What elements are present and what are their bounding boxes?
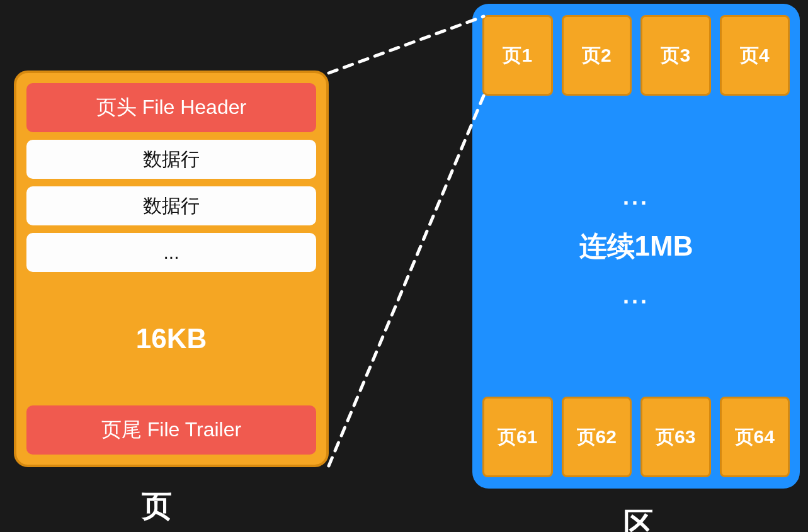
extent-size-label: 连续1MB [579, 228, 693, 265]
ellipsis: ... [623, 184, 649, 210]
data-row: 数据行 [26, 140, 316, 179]
mini-page: 页2 [562, 15, 632, 96]
svg-line-1 [329, 96, 484, 466]
page-label: 页 [142, 486, 173, 526]
page-header-block: 页头 File Header [26, 83, 316, 132]
mini-page: 页4 [720, 15, 790, 96]
mini-page: 页62 [562, 397, 632, 477]
ellipsis: ... [623, 283, 649, 309]
mini-page: 页63 [640, 397, 711, 477]
mini-page: 页3 [640, 15, 711, 96]
svg-line-0 [329, 16, 484, 73]
data-row: 数据行 [26, 186, 316, 225]
mini-page: 页1 [482, 15, 553, 96]
extent-label: 区 [623, 504, 655, 532]
extent-top-row: 页1 页2 页3 页4 [482, 15, 790, 96]
mini-page: 页61 [482, 397, 553, 477]
page-size-label: 16KB [26, 280, 316, 398]
extent-bottom-row: 页61 页62 页63 页64 [482, 397, 790, 477]
data-row-ellipsis: ... [26, 233, 316, 272]
extent-center-label: ... 连续1MB ... [482, 184, 790, 309]
page-structure-box: 页头 File Header 数据行 数据行 ... 16KB 页尾 File … [14, 71, 329, 467]
extent-box: 页1 页2 页3 页4 ... 连续1MB ... 页61 页62 页63 页6… [472, 4, 800, 489]
page-trailer-block: 页尾 File Trailer [26, 405, 316, 455]
mini-page: 页64 [720, 397, 790, 477]
